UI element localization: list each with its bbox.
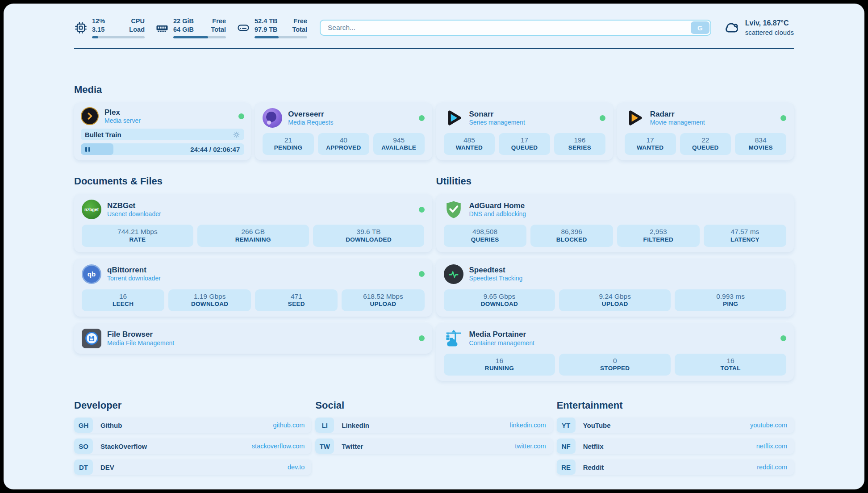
- link-github[interactable]: GH Github github.com: [74, 418, 311, 433]
- link-url: github.com: [273, 422, 305, 429]
- link-abbr-badge: LI: [315, 418, 334, 433]
- developer-section: Developer GH Github github.com SO StackO…: [74, 400, 311, 475]
- stat-value: 1.19 Gbps: [170, 292, 249, 301]
- stat-label: SEED: [257, 301, 336, 308]
- app-title: Overseerr: [288, 109, 333, 119]
- stat-label: LEECH: [83, 301, 163, 308]
- link-linkedin[interactable]: LI LinkedIn linkedin.com: [315, 418, 552, 433]
- stat-label: TOTAL: [676, 365, 785, 372]
- app-title: qBittorrent: [107, 265, 161, 275]
- stat-value: 471: [257, 292, 336, 301]
- stat-pill: 16 RUNNING: [444, 354, 555, 376]
- stat-value: 945: [375, 136, 423, 144]
- storage-free-value: 52.4 TB: [255, 17, 278, 25]
- stat-label: RUNNING: [446, 365, 554, 372]
- utilities-section: Utilities AdGuard Home DNS and a: [436, 175, 794, 381]
- stat-value: 16: [676, 356, 785, 365]
- status-dot: [419, 115, 425, 121]
- stat-pill: 9.24 Gbps UPLOAD: [559, 289, 671, 311]
- plex-card[interactable]: Plex Media server Bullet Train 24:44 / 0: [74, 103, 251, 160]
- link-youtube[interactable]: YT YouTube youtube.com: [557, 418, 794, 433]
- nzbget-icon-text: nzbget: [84, 207, 99, 212]
- stat-value: 9.65 Gbps: [446, 292, 554, 301]
- stat-label: WANTED: [446, 144, 493, 152]
- app-title: AdGuard Home: [469, 201, 526, 210]
- stat-value: 21: [264, 136, 312, 144]
- link-url: reddit.com: [757, 464, 787, 471]
- gear-icon[interactable]: [233, 131, 240, 138]
- app-title: Sonarr: [469, 109, 525, 119]
- memory-icon: [155, 21, 169, 34]
- stat-label: DOWNLOAD: [170, 301, 249, 308]
- app-subtitle: Container management: [469, 339, 534, 347]
- stat-label: PING: [676, 301, 785, 308]
- stat-label: DOWNLOADED: [315, 236, 423, 244]
- adguard-card[interactable]: AdGuard Home DNS and adblocking 498,508 …: [436, 194, 794, 252]
- stat-label: SERIES: [556, 144, 604, 152]
- cpu-icon: [74, 21, 88, 34]
- link-url: linkedin.com: [510, 422, 546, 429]
- filebrowser-card[interactable]: File Browser Media File Management: [74, 323, 432, 354]
- link-name: Netflix: [583, 443, 604, 450]
- stat-value: 22: [682, 136, 730, 144]
- app-subtitle: Media File Management: [107, 339, 174, 347]
- social-section-title: Social: [315, 400, 552, 411]
- app-subtitle: Movie management: [650, 119, 705, 127]
- sonarr-card[interactable]: Sonarr Series management 485 WANTED 17 Q…: [436, 103, 613, 160]
- stat-value: 16: [446, 356, 554, 365]
- stat-value: 86,396: [532, 227, 611, 236]
- weather-location-temp: Lviv, 16.87°C: [745, 19, 794, 28]
- stat-value: 196: [556, 136, 604, 144]
- stat-value: 618.52 Mbps: [343, 292, 422, 301]
- radarr-icon: [625, 108, 644, 128]
- app-subtitle: Usenet downloader: [107, 210, 161, 218]
- stat-label: QUERIES: [446, 236, 525, 244]
- developer-section-title: Developer: [74, 400, 311, 411]
- cpu-usage-value: 12%: [92, 17, 105, 25]
- pause-icon: [85, 147, 90, 152]
- memory-stat: 22 GiB 64 GiB Free Total: [155, 17, 226, 38]
- entertainment-section-title: Entertainment: [557, 400, 794, 411]
- link-reddit[interactable]: RE Reddit reddit.com: [557, 460, 794, 475]
- storage-free-label: Free: [292, 17, 307, 25]
- app-title: Plex: [104, 108, 141, 117]
- status-dot: [419, 207, 425, 213]
- app-title: Media Portainer: [469, 330, 534, 339]
- nzbget-card[interactable]: nzbget NZBGet Usenet downloader 744.21 M…: [74, 194, 432, 252]
- link-netflix[interactable]: NF Netflix netflix.com: [557, 439, 794, 454]
- stat-label: PENDING: [264, 144, 312, 152]
- media-section: Media Plex Media server: [74, 84, 794, 160]
- storage-total-value: 97.9 TB: [255, 25, 278, 34]
- radarr-card[interactable]: Radarr Movie management 17 WANTED 22 QUE…: [617, 103, 794, 160]
- memory-total-value: 64 GiB: [173, 25, 194, 34]
- memory-progress-bar: [173, 36, 226, 38]
- stat-label: AVAILABLE: [375, 144, 423, 152]
- search-input[interactable]: [320, 20, 711, 36]
- stat-pill: 945 AVAILABLE: [373, 133, 425, 155]
- stat-value: 0.993 ms: [676, 292, 785, 301]
- portainer-card[interactable]: Media Portainer Container management 16 …: [436, 323, 794, 381]
- link-name: StackOverflow: [100, 443, 147, 450]
- portainer-icon: [444, 329, 463, 348]
- link-dev[interactable]: DT DEV dev.to: [74, 460, 311, 475]
- link-stackoverflow[interactable]: SO StackOverflow stackoverflow.com: [74, 439, 311, 454]
- header-divider: [74, 48, 794, 49]
- stat-pill: 618.52 Mbps UPLOAD: [342, 289, 424, 311]
- search-engine-button[interactable]: G: [691, 21, 709, 34]
- speedtest-card[interactable]: Speedtest Speedtest Tracking 9.65 Gbps D…: [436, 259, 794, 317]
- cpu-load-value: 3.15: [92, 25, 105, 34]
- utilities-section-title: Utilities: [436, 175, 794, 187]
- now-playing-row: Bullet Train: [81, 129, 244, 140]
- weather-condition: scattered clouds: [745, 28, 794, 37]
- app-subtitle: Series management: [469, 119, 525, 127]
- stat-value: 0: [561, 356, 669, 365]
- overseerr-card[interactable]: Overseerr Media Requests 21 PENDING 40 A…: [255, 103, 432, 160]
- stat-label: APPROVED: [320, 144, 367, 152]
- app-title: File Browser: [107, 330, 174, 339]
- link-twitter[interactable]: TW Twitter twitter.com: [315, 439, 552, 454]
- stat-pill: 834 MOVIES: [735, 133, 786, 155]
- stat-pill: 485 WANTED: [444, 133, 495, 155]
- filebrowser-icon: [82, 329, 101, 348]
- playback-time: 24:44 / 02:06:47: [190, 146, 240, 153]
- qbittorrent-card[interactable]: qb qBittorrent Torrent downloader 16 LEE…: [74, 259, 432, 317]
